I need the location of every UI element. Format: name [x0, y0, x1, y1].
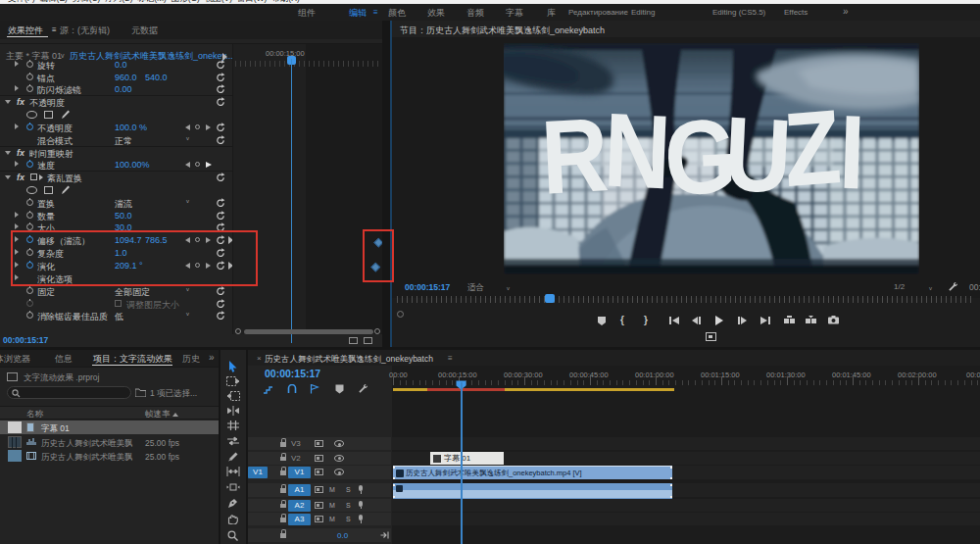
svg-text:N: N [602, 91, 672, 211]
svg-text:I: I [838, 93, 867, 211]
svg-text:Z: Z [781, 87, 845, 208]
svg-text:R: R [539, 95, 611, 216]
